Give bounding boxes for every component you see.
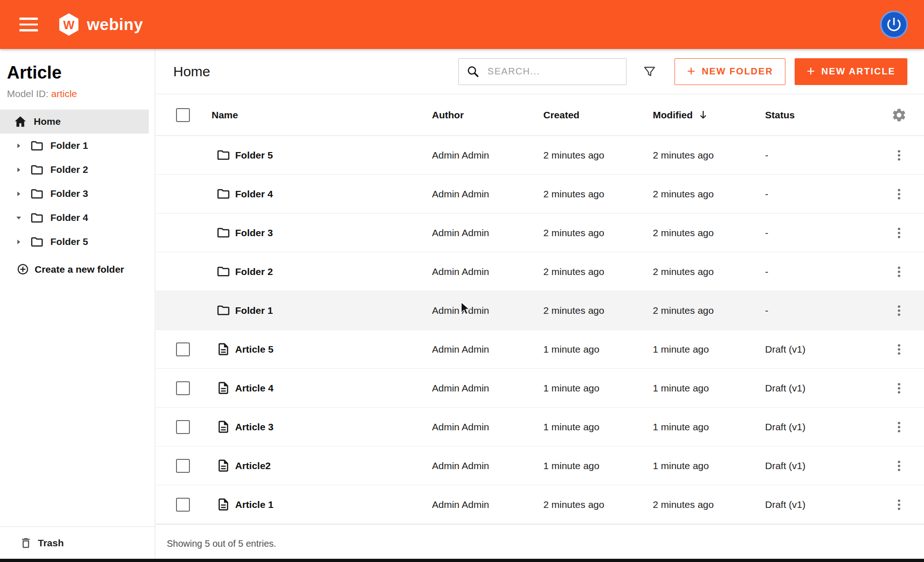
chevron-right-icon[interactable]	[13, 190, 24, 198]
column-header-status[interactable]: Status	[765, 110, 874, 121]
sidebar-item-label: Folder 3	[50, 188, 88, 199]
row-checkbox[interactable]	[176, 342, 190, 356]
entries-count: Showing 5 out of 5 entries.	[167, 538, 276, 549]
sidebar-item-folder-3[interactable]: Folder 3	[0, 182, 155, 206]
row-menu-button[interactable]	[892, 187, 906, 201]
row-menu-button[interactable]	[892, 420, 906, 434]
sidebar-item-folder-2[interactable]: Folder 2	[0, 158, 155, 182]
row-menu-button[interactable]	[892, 342, 906, 356]
plus-icon: +	[687, 64, 696, 78]
user-avatar-button[interactable]	[880, 10, 908, 39]
sidebar-item-home[interactable]: Home	[0, 110, 149, 134]
model-id: Model ID: article	[0, 83, 155, 110]
create-folder-button[interactable]: Create a new folder	[0, 254, 155, 275]
filter-button[interactable]	[642, 64, 657, 79]
table-row[interactable]: Article 3Admin Admin1 minute ago1 minute…	[156, 408, 924, 446]
row-author: Admin Admin	[432, 383, 543, 394]
row-name[interactable]: Folder 1	[235, 305, 273, 316]
column-header-modified[interactable]: Modified	[653, 109, 765, 121]
column-header-modified-label: Modified	[653, 110, 693, 121]
sidebar: Article Model ID: article HomeFolder 1Fo…	[0, 49, 155, 559]
table-row[interactable]: Folder 3Admin Admin2 minutes ago2 minute…	[156, 214, 924, 252]
row-status: -	[765, 266, 874, 277]
chevron-right-icon[interactable]	[13, 166, 24, 174]
sidebar-item-folder-4[interactable]: Folder 4	[0, 206, 155, 230]
row-name[interactable]: Article 3	[235, 422, 274, 433]
row-menu-button[interactable]	[892, 459, 906, 473]
row-menu-button[interactable]	[892, 304, 906, 318]
folder-icon	[30, 163, 44, 177]
table-row[interactable]: Article 4Admin Admin1 minute ago1 minute…	[156, 369, 924, 408]
row-name[interactable]: Folder 3	[235, 227, 273, 238]
row-created: 2 minutes ago	[543, 150, 653, 161]
folder-icon	[30, 139, 44, 153]
row-menu-button[interactable]	[892, 381, 906, 395]
search-input[interactable]	[487, 66, 619, 77]
select-all-checkbox[interactable]	[176, 108, 190, 122]
new-folder-button[interactable]: + NEW FOLDER	[675, 58, 785, 85]
row-modified: 2 minutes ago	[653, 189, 765, 200]
row-menu-button[interactable]	[892, 148, 906, 162]
gear-icon	[891, 107, 907, 123]
column-header-author[interactable]: Author	[432, 110, 543, 121]
table-row[interactable]: Folder 4Admin Admin2 minutes ago2 minute…	[156, 175, 924, 214]
row-checkbox[interactable]	[176, 420, 190, 434]
brand-wordmark: webiny	[87, 15, 143, 34]
svg-text:W: W	[63, 18, 75, 31]
row-created: 1 minute ago	[543, 344, 653, 355]
sort-desc-icon	[697, 109, 709, 121]
row-name[interactable]: Folder 5	[235, 150, 273, 161]
chevron-down-icon[interactable]	[13, 214, 24, 222]
row-menu-button[interactable]	[892, 226, 906, 240]
sidebar-item-folder-5[interactable]: Folder 5	[0, 230, 155, 254]
row-status: Draft (v1)	[765, 499, 874, 510]
table-header: Name Author Created Modified Status	[156, 94, 924, 136]
row-checkbox[interactable]	[176, 498, 190, 512]
row-name[interactable]: Article2	[235, 460, 271, 471]
row-menu-button[interactable]	[892, 265, 906, 279]
row-modified: 2 minutes ago	[653, 150, 765, 161]
sidebar-item-label: Folder 5	[50, 236, 88, 247]
row-modified: 1 minute ago	[653, 344, 765, 355]
row-name[interactable]: Article 1	[235, 499, 274, 510]
chevron-right-icon[interactable]	[13, 142, 24, 150]
row-name[interactable]: Article 5	[235, 344, 274, 355]
sidebar-item-folder-1[interactable]: Folder 1	[0, 134, 155, 158]
table-row[interactable]: Folder 2Admin Admin2 minutes ago2 minute…	[156, 252, 924, 291]
row-checkbox[interactable]	[176, 459, 190, 473]
row-menu-button[interactable]	[892, 498, 906, 512]
folder-icon	[30, 187, 44, 201]
funnel-icon	[642, 64, 657, 79]
column-header-created[interactable]: Created	[543, 110, 653, 121]
document-icon	[216, 420, 231, 434]
table-row[interactable]: Folder 5Admin Admin2 minutes ago2 minute…	[156, 136, 924, 175]
column-header-name[interactable]: Name	[212, 110, 432, 121]
search-box[interactable]	[458, 58, 626, 85]
trash-label: Trash	[38, 538, 64, 549]
trash-button[interactable]: Trash	[0, 526, 155, 559]
table-settings-button[interactable]	[891, 107, 907, 123]
table-row[interactable]: Article 5Admin Admin1 minute ago1 minute…	[156, 330, 924, 369]
bottom-bar	[0, 559, 924, 562]
plus-icon: +	[807, 64, 816, 78]
row-modified: 1 minute ago	[653, 422, 765, 433]
main-content: Home + NEW FOLDER + NEW ARTICLE Name Aut…	[156, 49, 924, 559]
row-status: -	[765, 189, 874, 200]
model-id-label: Model ID:	[7, 88, 49, 99]
row-created: 2 minutes ago	[543, 305, 653, 316]
row-modified: 2 minutes ago	[653, 499, 765, 510]
row-name[interactable]: Article 4	[235, 383, 274, 394]
plus-circle-icon	[17, 263, 29, 275]
row-name[interactable]: Folder 4	[235, 189, 273, 200]
table-row[interactable]: Article2Admin Admin1 minute ago1 minute …	[156, 446, 924, 485]
row-checkbox[interactable]	[176, 381, 190, 395]
folder-icon	[30, 211, 44, 225]
table-row[interactable]: Article 1Admin Admin2 minutes ago2 minut…	[156, 485, 924, 524]
menu-button[interactable]	[19, 18, 38, 31]
new-article-button[interactable]: + NEW ARTICLE	[795, 58, 907, 85]
chevron-right-icon[interactable]	[13, 238, 24, 246]
row-modified: 2 minutes ago	[653, 266, 765, 277]
table-row[interactable]: Folder 1Admin Admin2 minutes ago2 minute…	[156, 291, 924, 330]
row-author: Admin Admin	[432, 344, 543, 355]
row-name[interactable]: Folder 2	[235, 266, 273, 277]
